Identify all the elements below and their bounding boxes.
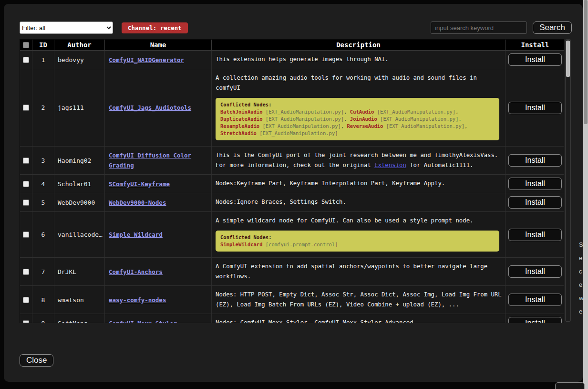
conflict-node-source: [EXT_AudioManipulation.py] xyxy=(377,116,459,122)
edge-text-fragment: S xyxy=(579,241,583,248)
extension-name-link[interactable]: ComfyUI_Jags_Audiotools xyxy=(109,103,191,113)
description-text-segment: A ComfyUI extension to add spatial ancho… xyxy=(216,263,487,280)
row-checkbox[interactable] xyxy=(23,200,29,206)
row-checkbox[interactable] xyxy=(23,320,29,323)
conflict-node-source: [EXT_AudioManipulation.py] xyxy=(263,116,344,122)
page-scrollbar-thumb[interactable] xyxy=(584,0,588,124)
row-author: jags111 xyxy=(54,69,105,146)
conflict-node-source: [EXT_AudioManipulation.py] xyxy=(374,109,455,115)
extension-name-link[interactable]: easy-comfy-nodes xyxy=(109,295,166,305)
row-id: 2 xyxy=(32,69,54,146)
install-button[interactable]: Install xyxy=(508,229,562,241)
select-all-checkbox[interactable] xyxy=(23,42,29,48)
row-author: DrJKL xyxy=(54,258,105,285)
row-checkbox[interactable] xyxy=(23,57,29,63)
extension-name-link[interactable]: ComfyUI_NAIDGenerator xyxy=(109,55,184,65)
description-text-segment: for Automatic1111. xyxy=(406,162,474,168)
conflict-node-name: ReverseAudio xyxy=(347,123,383,129)
install-button[interactable]: Install xyxy=(508,154,562,167)
row-description-cell: A simple wildcard node for ComfyUI. Can … xyxy=(212,212,505,257)
search-input[interactable] xyxy=(431,21,527,34)
install-button[interactable]: Install xyxy=(508,265,562,278)
row-id: 3 xyxy=(32,147,54,174)
row-checkbox[interactable] xyxy=(23,297,29,303)
row-checkbox[interactable] xyxy=(23,158,29,164)
table-scrollbar[interactable] xyxy=(565,39,571,322)
row-description-cell: Nodes: HTTP POST, Empty Dict, Assoc Str,… xyxy=(212,286,505,314)
install-button[interactable]: Install xyxy=(508,102,562,114)
table-scrollbar-thumb[interactable] xyxy=(566,41,570,77)
conflict-node-name: JoinAudio xyxy=(350,116,377,122)
row-author: wmatson xyxy=(54,286,105,314)
row-install-cell: Install xyxy=(505,212,564,257)
conflicted-nodes-list: BatchJoinAudio [EXT_AudioManipulation.py… xyxy=(220,109,467,136)
extension-name-link[interactable]: ComfyUI Diffusion Color Grading xyxy=(109,150,209,170)
description-text: A simple wildcard node for ComfyUI. Can … xyxy=(216,216,503,226)
row-checkbox-cell xyxy=(20,193,32,211)
install-button[interactable]: Install xyxy=(508,294,562,306)
extension-name-link[interactable]: SComfyUI-Keyframe xyxy=(109,179,170,189)
row-checkbox[interactable] xyxy=(23,181,29,187)
nodes-table-wrap: ID Author Name Description Install 1 bed… xyxy=(20,39,583,323)
conflicted-nodes-box: Conflicted Nodes: SimpleWildcard [comfyu… xyxy=(216,231,499,252)
description-text-segment: Nodes:Ignore Braces, Settings Switch. xyxy=(216,199,346,205)
row-name-cell: SComfyUI-Keyframe xyxy=(105,175,212,193)
table-row: 7 DrJKL ComfyUI-Anchors A ComfyUI extens… xyxy=(20,258,564,286)
row-name-cell: ComfyUI_Mexx_Styler xyxy=(105,314,212,323)
row-author: Haoming02 xyxy=(54,147,105,174)
row-description-cell: This is the ComfyUI port of the joint re… xyxy=(212,147,505,174)
row-checkbox[interactable] xyxy=(23,231,29,238)
extension-name-link[interactable]: Simple Wildcard xyxy=(109,230,163,240)
extension-name-link[interactable]: ComfyUI_Mexx_Styler xyxy=(109,318,177,323)
install-button[interactable]: Install xyxy=(508,317,562,323)
description-text: Nodes:Ignore Braces, Settings Switch. xyxy=(216,197,503,207)
row-checkbox[interactable] xyxy=(23,105,29,111)
description-text-segment: Nodes: HTTP POST, Empty Dict, Assoc Str,… xyxy=(216,291,502,308)
row-description-cell: A collection amazing audio tools for wor… xyxy=(212,69,505,146)
header-author: Author xyxy=(54,40,105,50)
edge-text-fragment: e xyxy=(579,281,582,288)
row-id: 4 xyxy=(32,175,54,193)
row-install-cell: Install xyxy=(505,193,564,211)
conflict-node-name: ResampleAudio xyxy=(220,123,259,129)
table-header-row: ID Author Name Description Install xyxy=(20,40,564,51)
extension-name-link[interactable]: ComfyUI-Anchors xyxy=(109,267,163,277)
row-description-cell: Nodes:Ignore Braces, Settings Switch. xyxy=(212,193,505,211)
row-id: 8 xyxy=(32,286,54,314)
header-id: ID xyxy=(32,40,54,50)
table-row: 5 WebDev9000 WebDev9000-Nodes Nodes:Igno… xyxy=(20,193,564,212)
conflicted-nodes-box: Conflicted Nodes: BatchJoinAudio [EXT_Au… xyxy=(216,98,499,140)
row-install-cell: Install xyxy=(505,314,564,323)
row-name-cell: ComfyUI Diffusion Color Grading xyxy=(105,147,212,174)
description-text: This extension helps generate images thr… xyxy=(216,54,503,64)
conflict-node-source: [comfyui-prompt-control] xyxy=(263,242,338,247)
description-link[interactable]: Extension xyxy=(374,162,406,168)
channel-badge: Channel: recent xyxy=(122,22,188,33)
row-checkbox-cell xyxy=(20,175,32,193)
conflict-node-name: CutAudio xyxy=(350,109,374,115)
table-row: 3 Haoming02 ComfyUI Diffusion Color Grad… xyxy=(20,147,564,175)
install-button[interactable]: Install xyxy=(508,196,562,209)
extension-name-link[interactable]: WebDev9000-Nodes xyxy=(109,198,166,208)
edge-text-fragment: w xyxy=(579,294,583,302)
page-scrollbar[interactable] xyxy=(583,0,588,389)
row-install-cell: Install xyxy=(505,147,564,174)
conflicted-nodes-list: SimpleWildcard [comfyui-prompt-control] xyxy=(220,242,338,247)
row-author: SoftMeng xyxy=(54,314,105,323)
row-checkbox-cell xyxy=(20,286,32,314)
conflict-node-name: DuplicateAudio xyxy=(220,116,263,122)
row-install-cell: Install xyxy=(505,258,564,285)
row-checkbox[interactable] xyxy=(23,269,29,275)
install-button[interactable]: Install xyxy=(508,53,562,66)
nodes-table: ID Author Name Description Install 1 bed… xyxy=(20,39,564,323)
close-button[interactable]: Close xyxy=(20,354,53,367)
description-text-segment: Nodes: ComfyUI Mexx Styler, ComfyUI Mexx… xyxy=(216,319,413,323)
table-row: 4 Scholar01 SComfyUI-Keyframe Nodes:Keyf… xyxy=(20,175,564,193)
install-button[interactable]: Install xyxy=(508,178,562,190)
row-author: bedovyy xyxy=(54,51,105,69)
search-button[interactable]: Search xyxy=(533,21,572,34)
conflict-node-name: BatchJoinAudio xyxy=(220,109,263,115)
filter-select[interactable]: Filter: all xyxy=(20,21,113,34)
conflicted-nodes-title: Conflicted Nodes: xyxy=(220,234,495,241)
partial-button-bottom-right[interactable] xyxy=(555,382,585,389)
